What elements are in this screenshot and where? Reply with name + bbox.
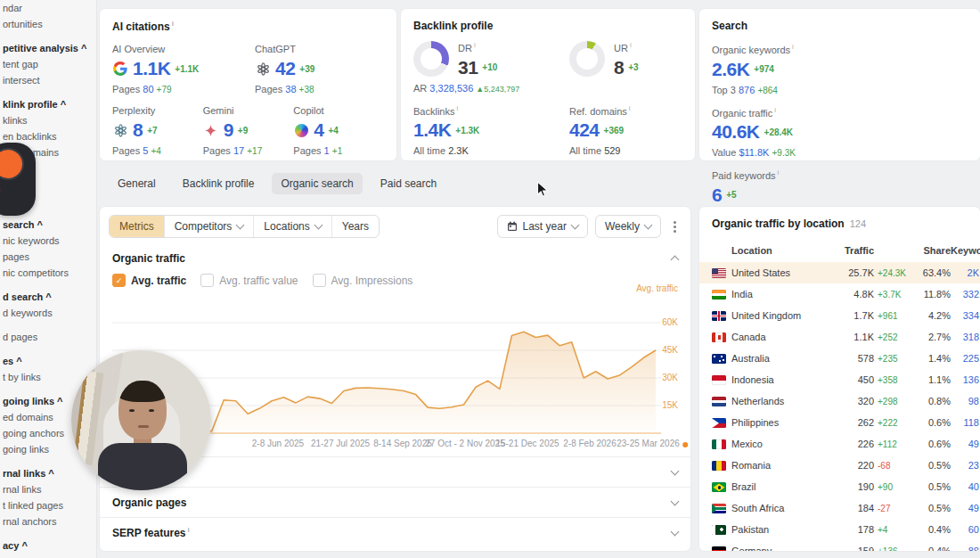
location-row-south-africa[interactable]: South Africa184-270.5%49+14 <box>699 497 980 519</box>
sidebar-item[interactable]: petitive analysis ^ <box>0 40 96 56</box>
chevron-down-icon[interactable] <box>671 466 680 475</box>
location-row-indonesia[interactable]: Indonesia450+3581.1%136+97 <box>699 369 980 390</box>
sidebar-item[interactable]: klink profile ^ <box>0 96 96 112</box>
sidebar-item[interactable]: acy ^ <box>0 537 96 554</box>
metric-value[interactable]: 1.1K <box>133 58 170 79</box>
backlinks-value[interactable]: 1.4K <box>413 119 451 141</box>
more-options-kebab-icon[interactable] <box>668 217 682 236</box>
sidebar-item[interactable]: d pages <box>0 329 96 345</box>
ar-value[interactable]: 3,328,536 <box>429 83 473 94</box>
sidebar-item[interactable]: d search ^ <box>0 289 96 305</box>
filter-years[interactable]: Years <box>332 216 379 237</box>
metric-value[interactable]: 6 <box>712 185 722 206</box>
metric-label: Organic keywords <box>712 43 845 55</box>
sidebar-item[interactable]: klinks <box>0 112 96 128</box>
metric-change: +5 <box>726 190 736 200</box>
dr-label: DR <box>458 41 497 53</box>
metric-value[interactable]: 9 <box>224 119 233 141</box>
location-row-mexico[interactable]: Mexico226+1120.6%49+20 <box>699 433 980 455</box>
filter-metrics[interactable]: Metrics <box>110 216 165 237</box>
metric-value[interactable]: 2.6K <box>712 59 749 80</box>
ar-line: AR 3,328,536 ▲5,243,797 <box>413 83 560 94</box>
sidebar-item[interactable]: ortunities <box>0 16 96 32</box>
location-name: United Kingdom <box>731 310 833 321</box>
y-tick-label: 45K <box>662 345 678 355</box>
location-row-pakistan[interactable]: Pakistan178+40.4%60+1 <box>699 519 980 540</box>
traffic-change: +4 <box>874 525 915 535</box>
ai-metric-chatgpt: ChatGPT42+39Pages 38 +38 <box>255 44 371 94</box>
location-row-united-states[interactable]: United States25.7K+24.3K63.4%2K+1.1K <box>699 262 980 283</box>
gemini-icon <box>203 122 219 138</box>
y-tick-label: 15K <box>662 400 678 410</box>
metric-value[interactable]: 42 <box>275 58 295 79</box>
traffic-change: +235 <box>874 354 915 364</box>
sidebar-item[interactable]: ndar <box>0 0 96 16</box>
sidebar-item[interactable]: tent gap <box>0 56 96 72</box>
location-name: India <box>731 289 833 300</box>
sidebar-item[interactable]: nic keywords <box>0 233 96 249</box>
ai-citations-row-1: AI Overview1.1K+1.1KPages 80 +79ChatGPT4… <box>112 44 384 94</box>
sidebar-item[interactable]: t linked pages <box>0 497 96 513</box>
traffic-change: +90 <box>874 482 915 492</box>
sidebar-item[interactable]: d keywords <box>0 305 96 321</box>
location-row-philippines[interactable]: Philippines262+2220.6%118+43 <box>699 412 980 433</box>
sidebar-item[interactable]: search ^ <box>0 217 96 233</box>
date-range-picker[interactable]: Last year <box>497 215 588 238</box>
share-value: 1.4% <box>915 353 951 364</box>
record-button-icon[interactable] <box>0 148 24 180</box>
sidebar-item[interactable]: nic competitors <box>0 265 96 281</box>
sidebar-item[interactable]: es ^ <box>0 353 96 369</box>
keywords-value: 332 <box>951 289 979 300</box>
flag-au-icon <box>712 354 726 364</box>
filter-locations[interactable]: Locations <box>254 216 331 237</box>
location-row-india[interactable]: India4.8K+3.7K11.8%332+78 <box>699 283 980 305</box>
keywords-value: 88 <box>951 546 979 551</box>
x-tick-label: 23-25 Mar 2026 <box>617 439 688 448</box>
sidebar-item[interactable]: rnal anchors <box>0 513 96 529</box>
share-value: 0.5% <box>915 460 951 471</box>
tab-organic-search[interactable]: Organic search <box>272 173 362 194</box>
metric-change: +974 <box>754 64 774 74</box>
sidebar-item[interactable]: rnal links <box>0 481 96 497</box>
location-row-canada[interactable]: Canada1.1K+2522.7%318+12 <box>699 326 980 348</box>
metric-value[interactable]: 4 <box>314 119 323 141</box>
traffic-value: 450 <box>833 374 874 385</box>
x-tick-label: 2-8 Feb 2026 <box>563 439 617 448</box>
screen-recorder-widget[interactable]: 3 <box>0 143 36 216</box>
chevron-down-icon[interactable] <box>671 527 680 536</box>
location-name: South Africa <box>731 503 833 513</box>
keywords-value: 334 <box>951 310 979 321</box>
tab-general[interactable]: General <box>109 173 165 194</box>
metric-value[interactable]: 8 <box>133 119 143 141</box>
metric-value[interactable]: 40.6K <box>712 121 760 143</box>
sidebar-item[interactable]: pages <box>0 249 96 265</box>
filter-competitors[interactable]: Competitors <box>165 216 255 237</box>
webcam-overlay[interactable] <box>71 350 211 490</box>
keywords-value: 98 <box>951 396 979 406</box>
location-row-brazil[interactable]: Brazil190+900.5%40+4 <box>699 476 980 497</box>
chevron-up-icon[interactable] <box>671 256 680 265</box>
location-row-romania[interactable]: Romania220-680.5%23+2 <box>699 455 980 476</box>
location-row-netherlands[interactable]: Netherlands320+2980.8%98+44 <box>699 390 980 412</box>
section-serp-features[interactable]: SERP features <box>100 517 690 547</box>
location-row-germany[interactable]: Germany159+1360.4%88+50 <box>699 540 980 551</box>
granularity-picker[interactable]: Weekly <box>595 215 661 238</box>
location-row-united-kingdom[interactable]: United Kingdom1.7K+9614.2%334+14 <box>699 305 980 326</box>
traffic-change: +252 <box>874 332 915 342</box>
chevron-down-icon[interactable] <box>671 496 680 505</box>
traffic-by-location-panel: Organic traffic by location 124 Location… <box>699 207 980 551</box>
backlink-profile-card: Backlink profile DR 31 +10 AR 3,328,536 … <box>401 9 695 160</box>
metric-subline: Pages 38 +38 <box>255 84 371 94</box>
section-organic-pages[interactable]: Organic pages <box>100 487 690 517</box>
sidebar-item[interactable]: intersect <box>0 72 96 88</box>
traffic-value: 262 <box>833 417 874 428</box>
sidebar-item[interactable]: rnal links ^ <box>0 465 96 481</box>
tab-paid-search[interactable]: Paid search <box>372 173 445 194</box>
perplexity-icon <box>112 122 128 138</box>
organic-traffic-title: Organic traffic <box>112 252 672 265</box>
tab-backlink-profile[interactable]: Backlink profile <box>174 173 264 194</box>
ref-domains-value[interactable]: 424 <box>569 119 600 141</box>
traffic-value: 226 <box>833 439 874 449</box>
location-row-australia[interactable]: Australia578+2351.4%225+71 <box>699 348 980 369</box>
ai-citations-card: AI citations AI Overview1.1K+1.1KPages 8… <box>100 9 396 160</box>
